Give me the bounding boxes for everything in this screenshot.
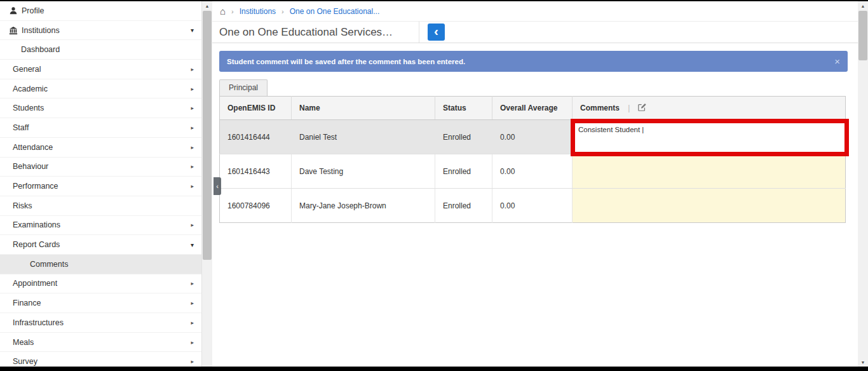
chevron-right-icon: ▸ bbox=[191, 320, 194, 326]
sidebar-item-label: Risks bbox=[13, 201, 32, 210]
sidebar-item-label: Academic bbox=[13, 84, 48, 93]
scrollbar-thumb[interactable] bbox=[203, 11, 212, 260]
scrollbar-thumb[interactable] bbox=[858, 11, 867, 60]
chevron-right-icon: ▸ bbox=[191, 183, 194, 189]
table-header-row: OpenEMIS ID Name Status Overall Average … bbox=[220, 97, 846, 120]
cell-openemis-id: 1601416443 bbox=[220, 154, 292, 189]
cell-name: Daniel Test bbox=[292, 120, 435, 154]
col-header-openemis-id[interactable]: OpenEMIS ID bbox=[220, 97, 292, 120]
tab-principal[interactable]: Principal bbox=[219, 79, 268, 96]
sidebar-item-label: Finance bbox=[13, 299, 41, 307]
comment-textarea[interactable]: Consistent Student| bbox=[573, 120, 845, 154]
main-content: ⌂ › Institutions › One on One Educationa… bbox=[212, 1, 858, 367]
comment-cell[interactable] bbox=[573, 189, 846, 223]
cell-overall-average: 0.00 bbox=[492, 154, 573, 189]
chevron-right-icon: ▸ bbox=[191, 163, 194, 170]
cell-overall-average: 0.00 bbox=[492, 120, 573, 154]
sidebar-item-academic[interactable]: Academic ▸ bbox=[0, 79, 201, 99]
sidebar-item-profile[interactable]: Profile bbox=[0, 1, 201, 21]
sidebar-item-staff[interactable]: Staff ▸ bbox=[0, 118, 201, 138]
close-icon[interactable]: × bbox=[834, 57, 840, 66]
scroll-up-icon[interactable]: ▲ bbox=[858, 1, 868, 10]
chevron-right-icon: ▸ bbox=[191, 66, 194, 72]
sidebar: Profile Institutions ▾ Dashboard General… bbox=[0, 1, 202, 367]
page-scrollbar[interactable]: ▲ ▼ bbox=[858, 1, 868, 367]
chevron-right-icon: ▸ bbox=[191, 125, 194, 131]
sidebar-item-appointment[interactable]: Appointment ▸ bbox=[0, 274, 201, 294]
sidebar-item-label: Comments bbox=[30, 260, 68, 269]
chevron-right-icon: ▸ bbox=[191, 339, 194, 346]
sidebar-item-infrastructures[interactable]: Infrastructures ▸ bbox=[0, 313, 201, 333]
sidebar-item-general[interactable]: General ▸ bbox=[0, 60, 201, 79]
institution-icon bbox=[9, 26, 18, 35]
sidebar-item-performance[interactable]: Performance ▸ bbox=[0, 177, 201, 196]
header-divider: | bbox=[628, 104, 630, 112]
sidebar-item-risks[interactable]: Risks bbox=[0, 196, 201, 216]
sidebar-item-dashboard[interactable]: Dashboard bbox=[0, 40, 201, 60]
sidebar-item-label: Meals bbox=[13, 338, 34, 347]
table-row-mary-jane[interactable]: 1600784096 Mary-Jane Joseph-Brown Enroll… bbox=[220, 189, 846, 223]
chevron-right-icon: ▸ bbox=[191, 86, 194, 92]
breadcrumb-link-institutions[interactable]: Institutions bbox=[240, 7, 276, 16]
comment-cell-active[interactable]: Consistent Student| bbox=[573, 120, 846, 154]
app-window: Profile Institutions ▾ Dashboard General… bbox=[0, 0, 868, 371]
chevron-down-icon: ▾ bbox=[191, 241, 194, 248]
content-body: Student comment will be saved after the … bbox=[212, 43, 858, 231]
sidebar-item-students[interactable]: Students ▸ bbox=[0, 98, 201, 118]
sidebar-item-label: Infrastructures bbox=[13, 318, 64, 327]
info-alert: Student comment will be saved after the … bbox=[219, 51, 848, 72]
user-icon bbox=[9, 6, 18, 15]
sidebar-item-survey[interactable]: Survey ▸ bbox=[0, 352, 201, 367]
table-row-daniel-test[interactable]: 1601416444 Daniel Test Enrolled 0.00 Con… bbox=[220, 120, 846, 154]
scroll-up-icon[interactable]: ▲ bbox=[202, 1, 212, 10]
bottom-black-strip bbox=[0, 367, 868, 371]
cell-status: Enrolled bbox=[435, 120, 492, 154]
col-header-overall-average[interactable]: Overall Average bbox=[492, 97, 573, 120]
chevron-left-icon: ‹ bbox=[216, 182, 219, 190]
scroll-down-icon[interactable]: ▼ bbox=[858, 358, 868, 367]
comment-text: Consistent Student bbox=[578, 126, 640, 133]
table-row-dave-testing[interactable]: 1601416443 Dave Testing Enrolled 0.00 bbox=[220, 154, 846, 189]
sidebar-item-label: Appointment bbox=[13, 279, 57, 288]
sidebar-item-label: Examinations bbox=[13, 220, 60, 229]
breadcrumb-link-institution-name[interactable]: One on One Educational... bbox=[290, 7, 379, 16]
sidebar-item-label: Dashboard bbox=[21, 45, 60, 54]
sidebar-item-attendance[interactable]: Attendance ▸ bbox=[0, 138, 201, 158]
chevron-left-icon: ‹ bbox=[434, 24, 438, 39]
sidebar-item-label: Survey bbox=[13, 357, 37, 366]
col-header-status[interactable]: Status bbox=[435, 97, 492, 120]
home-icon[interactable]: ⌂ bbox=[220, 6, 226, 16]
chevron-right-icon: ▸ bbox=[191, 144, 194, 151]
breadcrumb-separator-icon: › bbox=[231, 8, 234, 15]
sidebar-item-comments[interactable]: Comments bbox=[0, 255, 201, 274]
chevron-down-icon: ▾ bbox=[191, 27, 194, 34]
comments-header-label: Comments bbox=[580, 104, 620, 112]
sidebar-item-examinations[interactable]: Examinations ▸ bbox=[0, 216, 201, 236]
back-button[interactable]: ‹ bbox=[428, 24, 445, 41]
cell-openemis-id: 1601416444 bbox=[220, 120, 292, 154]
edit-icon[interactable] bbox=[637, 103, 647, 114]
cell-status: Enrolled bbox=[435, 154, 492, 189]
text-cursor: | bbox=[642, 126, 644, 133]
sidebar-item-institutions[interactable]: Institutions ▾ bbox=[0, 21, 201, 41]
sidebar-item-report-cards[interactable]: Report Cards ▾ bbox=[0, 235, 201, 255]
sidebar-item-behaviour[interactable]: Behaviour ▸ bbox=[0, 158, 201, 177]
chevron-right-icon: ▸ bbox=[191, 280, 194, 287]
sidebar-item-finance[interactable]: Finance ▸ bbox=[0, 293, 201, 313]
sidebar-item-label: Behaviour bbox=[13, 162, 48, 171]
sidebar-scrollbar[interactable]: ▲ bbox=[202, 1, 212, 367]
students-comments-table: OpenEMIS ID Name Status Overall Average … bbox=[219, 96, 846, 223]
col-header-name[interactable]: Name bbox=[292, 97, 435, 120]
cell-status: Enrolled bbox=[435, 189, 492, 223]
sidebar-item-label: Students bbox=[13, 104, 44, 112]
sidebar-item-label: Attendance bbox=[13, 143, 53, 152]
tab-bar: Principal bbox=[219, 79, 848, 96]
comment-cell[interactable] bbox=[573, 154, 846, 189]
main-layout: Profile Institutions ▾ Dashboard General… bbox=[0, 1, 868, 367]
cell-openemis-id: 1600784096 bbox=[220, 189, 292, 223]
alert-message: Student comment will be saved after the … bbox=[227, 58, 465, 65]
sidebar-item-meals[interactable]: Meals ▸ bbox=[0, 333, 201, 353]
sidebar-collapse-handle[interactable]: ‹ bbox=[214, 177, 221, 195]
page-title: One on One Educational Services… bbox=[212, 22, 419, 43]
sidebar-item-label: Performance bbox=[13, 182, 58, 191]
